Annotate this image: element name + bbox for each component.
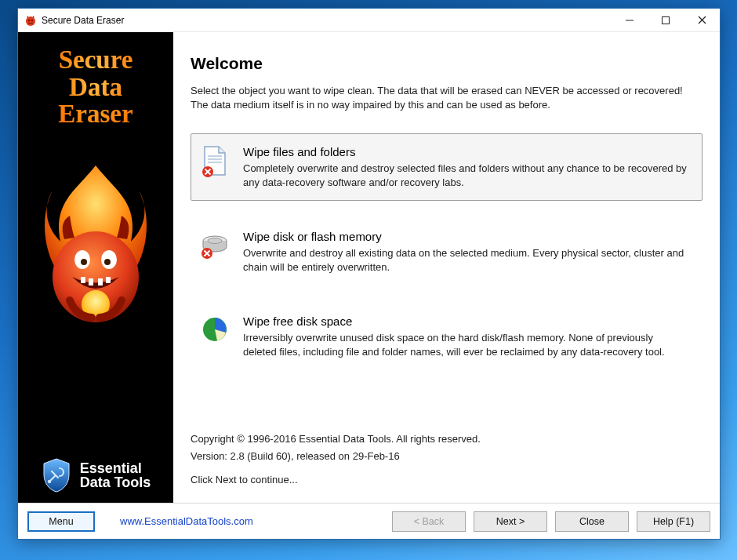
brand-text: Essential Data Tools [80,461,151,489]
option-wipe-disk[interactable]: Wipe disk or flash memory Overwrite and … [191,218,703,285]
close-button-footer[interactable]: Close [555,511,629,532]
maximize-button[interactable] [648,9,684,31]
back-button: < Back [392,511,466,532]
app-window: Secure Data Eraser Secure Data Eraser [17,8,721,540]
svg-rect-13 [89,278,93,285]
minimize-button[interactable] [612,9,648,31]
option-desc: Completely overwrite and destroy selecte… [243,162,689,189]
intro-text: Select the object you want to wipe clean… [191,84,703,111]
shield-icon [41,457,72,493]
svg-point-0 [26,16,35,26]
svg-point-23 [208,238,222,244]
file-delete-icon [199,145,231,189]
svg-rect-14 [98,278,103,285]
version-text: Version: 2.8 (Build 60), released on 29-… [191,448,703,465]
product-line-2: Data [58,74,133,101]
svg-point-1 [28,19,30,20]
main-panel: Welcome Select the object you want to wi… [173,32,720,503]
svg-point-10 [81,259,87,265]
sidebar: Secure Data Eraser [18,32,173,503]
option-title: Wipe disk or flash memory [243,230,689,243]
bottom-bar: Menu www.EssentialDataTools.com < Back N… [18,503,720,539]
svg-rect-12 [81,277,85,283]
product-line-1: Secure [58,46,133,74]
brand-footer: Essential Data Tools [18,457,173,493]
menu-button[interactable]: Menu [27,511,95,532]
svg-rect-4 [663,16,670,24]
option-list: Wipe files and folders Completely overwr… [191,133,703,370]
page-title: Welcome [191,54,703,73]
close-button[interactable] [684,9,720,31]
option-wipe-files[interactable]: Wipe files and folders Completely overwr… [191,133,703,201]
option-title: Wipe files and folders [243,145,689,158]
disk-delete-icon [199,230,231,274]
website-link[interactable]: www.EssentialDataTools.com [120,515,253,527]
product-logo-text: Secure Data Eraser [58,46,133,128]
continue-hint: Click Next to continue... [191,471,703,489]
svg-point-17 [47,480,50,483]
brand-line-2: Data Tools [80,475,151,489]
help-button[interactable]: Help (F1) [637,511,710,532]
option-desc: Overwrite and destroy all existing data … [243,246,689,274]
next-button[interactable]: Next > [474,511,547,532]
svg-point-2 [31,19,33,20]
option-wipe-free-space[interactable]: Wipe free disk space Irreversibly overwr… [191,303,703,370]
app-icon [24,14,37,27]
brand-line-1: Essential [80,461,151,475]
window-title: Secure Data Eraser [42,15,612,26]
mascot-icon [29,159,162,332]
option-desc: Irreversibly overwrite unused disk space… [243,331,689,358]
svg-rect-15 [106,277,111,283]
option-title: Wipe free disk space [243,315,689,328]
svg-point-11 [104,259,111,265]
window-controls [612,9,720,31]
copyright-text: Copyright © 1996-2016 Essential Data Too… [191,431,703,448]
pie-chart-icon [199,315,231,358]
title-bar: Secure Data Eraser [18,9,720,32]
product-line-3: Eraser [58,100,133,128]
footer-info: Copyright © 1996-2016 Essential Data Too… [191,431,703,495]
